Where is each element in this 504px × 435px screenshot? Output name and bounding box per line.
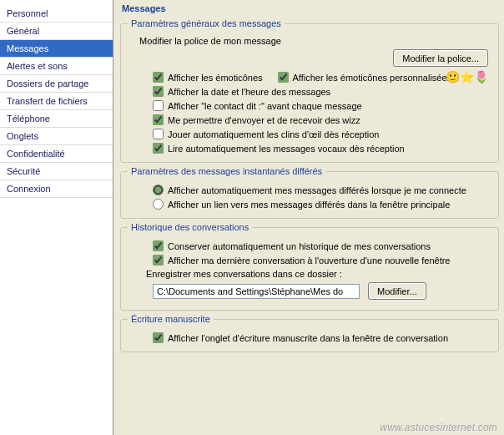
group-history-legend: Historique des conversations	[128, 222, 252, 232]
history-folder-path[interactable]	[153, 284, 360, 299]
page-title: Messages	[122, 3, 499, 13]
checkbox-show-datetime-input[interactable]	[153, 86, 164, 97]
checkbox-autoplay-winks[interactable]: Jouer automatiquement les clins d'œil dè…	[153, 129, 379, 139]
sidebar-item-transfert-fichiers[interactable]: Transfert de fichiers	[0, 93, 113, 110]
sidebar-item-onglets[interactable]: Onglets	[0, 128, 113, 145]
checkbox-show-last-convo[interactable]: Afficher ma dernière conversation à l'ou…	[153, 255, 450, 266]
sidebar-item-alertes[interactable]: Alertes et sons	[0, 58, 113, 75]
font-label: Modifier la police de mon message	[139, 36, 491, 46]
radio-deferred-auto[interactable]: Afficher automatiquement mes messages di…	[153, 185, 466, 195]
change-folder-button[interactable]: Modifier...	[368, 282, 426, 300]
checkbox-show-custom-emoticons-label: Afficher les émoticônes personnalisées	[293, 73, 452, 83]
checkbox-show-emoticons-label: Afficher les émoticônes	[168, 73, 263, 83]
sidebar-item-dossiers-partage[interactable]: Dossiers de partage	[0, 75, 113, 93]
checkbox-show-contact-says-input[interactable]	[153, 100, 164, 111]
radio-deferred-link[interactable]: Afficher un lien vers mes messages diffé…	[153, 199, 450, 210]
checkbox-show-datetime[interactable]: Afficher la date et l'heure des messages	[153, 86, 330, 97]
group-general-message-settings: Paramètres généraux des messages Modifie…	[120, 18, 499, 163]
sidebar: Personnel Général Messages Alertes et so…	[0, 0, 113, 435]
checkbox-show-emoticons[interactable]: Afficher les émoticônes	[153, 72, 263, 83]
checkbox-handwriting-tab[interactable]: Afficher l'onglet d'écriture manuscrite …	[153, 332, 448, 343]
checkbox-show-emoticons-input[interactable]	[153, 72, 164, 83]
group-general-legend: Paramètres généraux des messages	[128, 18, 285, 28]
group-deferred-messages: Paramètres des messages instantanés diff…	[120, 166, 499, 219]
checkbox-show-last-convo-input[interactable]	[153, 255, 164, 266]
sidebar-item-securite[interactable]: Sécurité	[0, 163, 113, 180]
history-folder-label: Enregistrer mes conversations dans ce do…	[146, 269, 491, 279]
checkbox-show-custom-emoticons-input[interactable]	[278, 72, 289, 83]
checkbox-autoread-voice[interactable]: Lire automatiquement les messages vocaux…	[153, 143, 405, 154]
checkbox-handwriting-tab-input[interactable]	[153, 332, 164, 343]
checkbox-keep-history-input[interactable]	[153, 240, 164, 251]
checkbox-handwriting-tab-label: Afficher l'onglet d'écriture manuscrite …	[168, 333, 448, 343]
sidebar-item-personnel[interactable]: Personnel	[0, 5, 113, 23]
radio-deferred-auto-label: Afficher automatiquement mes messages di…	[168, 185, 466, 195]
group-deferred-legend: Paramètres des messages instantanés diff…	[128, 166, 325, 176]
sidebar-item-telephone[interactable]: Téléphone	[0, 110, 113, 128]
checkbox-show-last-convo-label: Afficher ma dernière conversation à l'ou…	[168, 255, 450, 266]
checkbox-autoread-voice-label: Lire automatiquement les messages vocaux…	[168, 144, 405, 154]
checkbox-show-custom-emoticons[interactable]: Afficher les émoticônes personnalisées	[278, 72, 452, 83]
checkbox-show-contact-says[interactable]: Afficher "le contact dit :" avant chaque…	[153, 100, 362, 111]
checkbox-allow-wizz-input[interactable]	[153, 114, 164, 125]
radio-deferred-link-input[interactable]	[153, 199, 164, 210]
radio-deferred-auto-input[interactable]	[153, 185, 164, 195]
modify-font-button[interactable]: Modifier la police...	[393, 49, 488, 67]
group-handwriting-legend: Écriture manuscrite	[128, 314, 214, 324]
checkbox-allow-wizz[interactable]: Me permettre d'envoyer et de recevoir de…	[153, 114, 360, 125]
content-panel: Messages Paramètres généraux des message…	[113, 0, 504, 435]
checkbox-autoplay-winks-label: Jouer automatiquement les clins d'œil dè…	[168, 129, 379, 139]
sidebar-item-messages[interactable]: Messages	[0, 40, 113, 58]
checkbox-show-contact-says-label: Afficher "le contact dit :" avant chaque…	[168, 101, 362, 111]
group-history: Historique des conversations Conserver a…	[120, 222, 499, 311]
checkbox-show-datetime-label: Afficher la date et l'heure des messages	[168, 87, 330, 97]
checkbox-autoread-voice-input[interactable]	[153, 143, 164, 154]
sidebar-item-general[interactable]: Général	[0, 23, 113, 40]
checkbox-autoplay-winks-input[interactable]	[153, 129, 164, 139]
checkbox-allow-wizz-label: Me permettre d'envoyer et de recevoir de…	[168, 115, 360, 125]
sidebar-item-confidentialite[interactable]: Confidentialité	[0, 145, 113, 163]
options-window: Personnel Général Messages Alertes et so…	[0, 0, 504, 435]
checkbox-keep-history-label: Conserver automatiquement un historique …	[168, 241, 431, 251]
emoticon-preview-icons: 🙂⭐🌷	[446, 70, 488, 83]
group-handwriting: Écriture manuscrite Afficher l'onglet d'…	[120, 314, 499, 352]
watermark-url: www.astucesinternet.com	[380, 422, 497, 433]
sidebar-item-connexion[interactable]: Connexion	[0, 180, 113, 198]
checkbox-keep-history[interactable]: Conserver automatiquement un historique …	[153, 240, 431, 251]
radio-deferred-link-label: Afficher un lien vers mes messages diffé…	[168, 200, 450, 210]
